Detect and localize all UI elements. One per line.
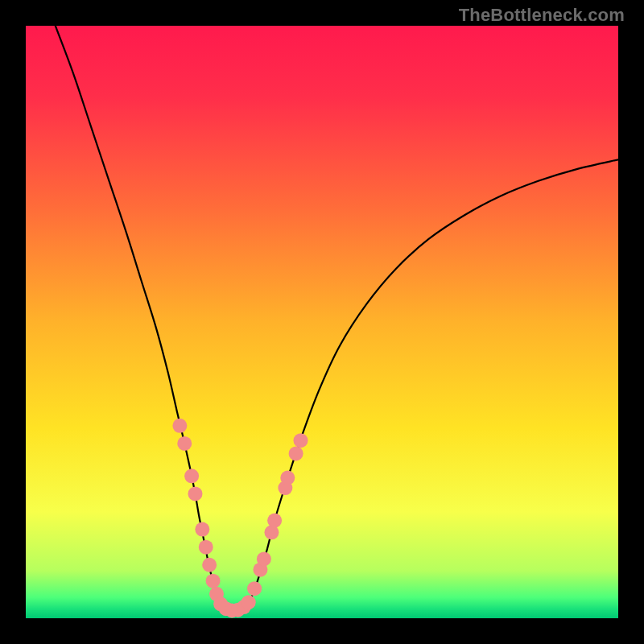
- marker-dot: [172, 419, 187, 433]
- marker-dot: [202, 558, 217, 572]
- marker-dot: [206, 574, 221, 588]
- marker-dot: [177, 436, 192, 451]
- plot-svg: [26, 26, 618, 618]
- marker-dot: [257, 551, 271, 566]
- marker-dot: [247, 581, 262, 596]
- marker-dot: [188, 486, 202, 501]
- marker-dot: [242, 595, 256, 609]
- marker-dot: [294, 433, 308, 448]
- plot-area: [26, 26, 618, 618]
- gradient-background: [26, 26, 618, 618]
- marker-dot: [280, 471, 295, 485]
- marker-dot: [184, 469, 199, 483]
- outer-frame: TheBottleneck.com: [0, 0, 644, 644]
- watermark-text: TheBottleneck.com: [459, 5, 625, 26]
- marker-dot: [195, 522, 209, 537]
- marker-dot: [289, 446, 303, 460]
- marker-dot: [267, 514, 282, 528]
- marker-dot: [199, 540, 213, 555]
